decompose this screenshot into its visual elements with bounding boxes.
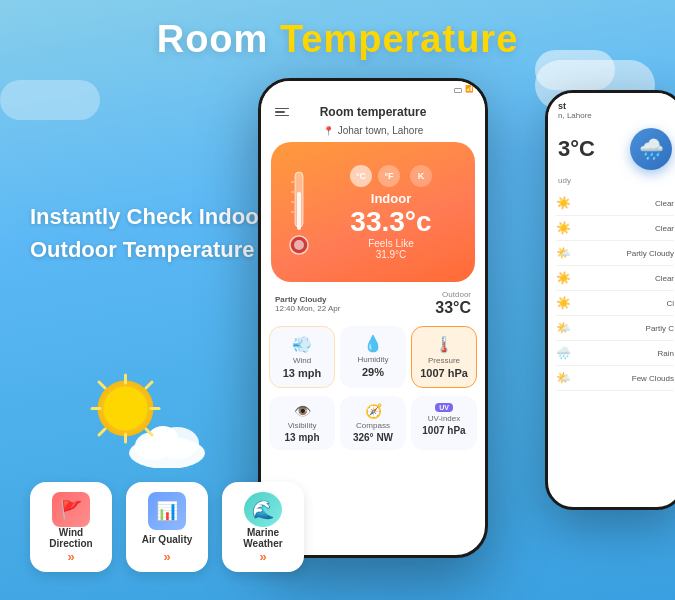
- wind-label: Wind: [293, 356, 311, 365]
- compass-label: Compass: [356, 421, 390, 430]
- fahrenheit-unit[interactable]: °F: [378, 165, 400, 187]
- air-quality-chevron[interactable]: »: [163, 549, 170, 564]
- pressure-value: 1007 hPa: [420, 367, 468, 379]
- weather-time: 12:40 Mon, 22 Apr: [275, 304, 340, 313]
- wind-direction-chevron[interactable]: »: [67, 549, 74, 564]
- temp-display: °C °F K Indoor 33.3°c Feels Like 31.9°C: [271, 142, 475, 282]
- visibility-label: Visibility: [288, 421, 317, 430]
- air-quality-label: Air Quality: [142, 534, 193, 545]
- pressure-label: Pressure: [428, 356, 460, 365]
- right-weather-icon: 🌧️: [630, 128, 672, 170]
- app-title: Room temperature: [320, 105, 427, 119]
- outdoor-temperature: 33°C: [435, 299, 471, 317]
- phone-location: 📍 Johar town, Lahore: [261, 123, 485, 142]
- visibility-card: 👁️ Visibility 13 mph: [269, 396, 335, 450]
- indoor-temp-info: °C °F K Indoor 33.3°c Feels Like 31.9°C: [317, 165, 465, 260]
- forecast-item: ☀️Clear: [556, 266, 674, 291]
- tagline-line1: Instantly Check Indoor/: [30, 200, 273, 233]
- forecast-item: 🌤️Partly C: [556, 316, 674, 341]
- humidity-value: 29%: [362, 366, 384, 378]
- marine-weather-chevron[interactable]: »: [259, 549, 266, 564]
- compass-icon: 🧭: [365, 403, 382, 419]
- visibility-grid: 👁️ Visibility 13 mph 🧭 Compass 326° NW U…: [261, 393, 485, 453]
- svg-line-8: [146, 382, 152, 388]
- compass-card: 🧭 Compass 326° NW: [340, 396, 406, 450]
- right-phone-location: n, Lahore: [558, 111, 672, 120]
- svg-point-21: [294, 240, 304, 250]
- outdoor-strip: Partly Cloudy 12:40 Mon, 22 Apr Outdoor …: [261, 286, 485, 321]
- svg-point-1: [104, 387, 148, 431]
- forecast-item: ☀️Clear: [556, 216, 674, 241]
- humidity-icon: 💧: [363, 334, 383, 353]
- outdoor-label: Outdoor: [435, 290, 471, 299]
- air-quality-icon: 📊: [148, 492, 186, 530]
- title-highlight: Temperature: [280, 18, 518, 60]
- location-text: Johar town, Lahore: [338, 125, 424, 136]
- svg-line-9: [99, 429, 105, 435]
- svg-rect-15: [297, 192, 301, 230]
- marine-weather-icon: 🌊: [244, 492, 282, 527]
- feature-cards-row: 🚩 Wind Direction » 📊 Air Quality » 🌊 Mar…: [30, 482, 304, 572]
- svg-line-6: [99, 382, 105, 388]
- forecast-item: 🌤️Few Clouds: [556, 366, 674, 391]
- marine-weather-card[interactable]: 🌊 Marine Weather »: [222, 482, 304, 572]
- marine-weather-label: Marine Weather: [228, 527, 298, 549]
- title-normal: Room: [157, 18, 280, 60]
- uv-card: UV UV-index 1007 hPa: [411, 396, 477, 450]
- uv-value: 1007 hPa: [422, 425, 465, 436]
- weather-grid: 💨 Wind 13 mph 💧 Humidity 29% 🌡️ Pressure…: [261, 321, 485, 393]
- indoor-label: Indoor: [317, 191, 465, 206]
- celsius-unit[interactable]: °C: [350, 165, 372, 187]
- weather-condition: Partly Cloudy: [275, 295, 340, 304]
- pressure-card: 🌡️ Pressure 1007 hPa: [411, 326, 477, 388]
- compass-value: 326° NW: [353, 432, 393, 443]
- wind-value: 13 mph: [283, 367, 322, 379]
- indoor-temperature: 33.3°c: [317, 206, 465, 238]
- wind-card: 💨 Wind 13 mph: [269, 326, 335, 388]
- visibility-icon: 👁️: [294, 403, 311, 419]
- right-phone-condition: udy: [548, 174, 675, 187]
- thermometer: [281, 167, 317, 257]
- air-quality-card[interactable]: 📊 Air Quality »: [126, 482, 208, 572]
- uv-badge: UV: [435, 403, 453, 412]
- right-phone-title: st: [558, 101, 672, 111]
- wind-direction-card[interactable]: 🚩 Wind Direction »: [30, 482, 112, 572]
- status-bar: 📶: [261, 81, 485, 99]
- humidity-label: Humidity: [357, 355, 388, 364]
- forecast-list: ☀️Clear☀️Clear🌤️Partly Cloudy☀️Clear☀️Cl…: [548, 187, 675, 395]
- sun-icon: [88, 371, 163, 446]
- forecast-item: 🌧️Rain: [556, 341, 674, 366]
- hamburger-icon[interactable]: [275, 108, 289, 117]
- humidity-card: 💧 Humidity 29%: [340, 326, 406, 388]
- svg-line-7: [146, 429, 152, 435]
- tagline-line2: Outdoor Temperature: [30, 233, 273, 266]
- phone-right: st n, Lahore 3°C 🌧️ udy ☀️Clear☀️Clear🌤️…: [545, 90, 675, 510]
- kelvin-unit[interactable]: K: [410, 165, 432, 187]
- wind-direction-label: Wind Direction: [36, 527, 106, 549]
- forecast-item: ☀️Cl: [556, 291, 674, 316]
- visibility-value: 13 mph: [284, 432, 319, 443]
- forecast-item: ☀️Clear: [556, 191, 674, 216]
- uv-label: UV-index: [428, 414, 460, 423]
- wind-icon: 💨: [292, 335, 312, 354]
- right-phone-temp: 3°C: [558, 136, 595, 162]
- phone-header: Room temperature: [261, 99, 485, 123]
- page-title: Room Temperature: [0, 18, 675, 61]
- feels-like: Feels Like 31.9°C: [317, 238, 465, 260]
- pressure-icon: 🌡️: [434, 335, 454, 354]
- tagline: Instantly Check Indoor/ Outdoor Temperat…: [30, 200, 273, 266]
- forecast-item: 🌤️Partly Cloudy: [556, 241, 674, 266]
- wind-direction-icon: 🚩: [52, 492, 90, 527]
